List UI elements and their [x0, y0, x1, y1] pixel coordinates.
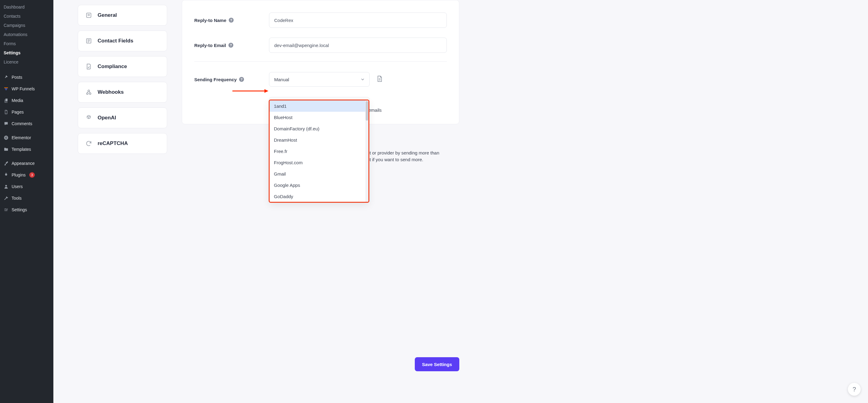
provider-option[interactable]: Gmail — [270, 168, 365, 179]
submenu-settings[interactable]: Settings — [0, 48, 53, 57]
label-text: Sending Frequency — [194, 77, 237, 82]
provider-option[interactable]: 1and1 — [270, 100, 365, 112]
pin-icon — [3, 74, 9, 80]
settings-nav-contact-fields[interactable]: Contact Fields — [78, 31, 167, 51]
menu-elementor[interactable]: Elementor — [0, 132, 53, 143]
provider-option[interactable]: BlueHost — [270, 112, 365, 123]
funnel-icon — [3, 86, 9, 92]
menu-posts[interactable]: Posts — [0, 71, 53, 83]
svg-rect-6 — [6, 137, 7, 138]
plugin-submenu: Dashboard Contacts Campaigns Automations… — [0, 0, 53, 69]
settings-nav-label: Compliance — [98, 63, 127, 69]
submenu-automations[interactable]: Automations — [0, 30, 53, 39]
scrollbar-thumb[interactable] — [366, 101, 368, 121]
menu-label: Templates — [11, 147, 31, 152]
menu-users[interactable]: Users — [0, 181, 53, 192]
wrench-icon — [3, 195, 9, 201]
provider-option[interactable]: FrogHost.com — [270, 157, 365, 168]
page-area: General Contact Fields Compliance Webhoo… — [53, 0, 868, 403]
svg-rect-7 — [6, 138, 7, 139]
menu-tools[interactable]: Tools — [0, 192, 53, 204]
svg-rect-4 — [5, 137, 5, 139]
provider-option[interactable]: Free.fr — [270, 146, 365, 157]
settings-nav-recaptcha[interactable]: reCAPTCHA — [78, 133, 167, 154]
panel-footer: Save Settings — [182, 357, 459, 371]
svg-rect-1 — [5, 89, 7, 89]
settings-nav-webhooks[interactable]: Webhooks — [78, 82, 167, 103]
settings-nav-label: OpenAI — [98, 115, 116, 121]
menu-label: Posts — [11, 75, 22, 80]
help-icon[interactable]: ? — [229, 18, 234, 23]
help-icon[interactable]: ? — [239, 77, 244, 82]
menu-wp-funnels[interactable]: WP Funnels — [0, 83, 53, 95]
label-text: Reply-to Name — [194, 18, 226, 23]
svg-rect-0 — [4, 87, 8, 88]
settings-nav-general[interactable]: General — [78, 5, 167, 26]
dropdown-scrollbar[interactable] — [365, 100, 368, 202]
brush-icon — [3, 160, 9, 166]
submenu-forms[interactable]: Forms — [0, 39, 53, 48]
submenu-dashboard[interactable]: Dashboard — [0, 2, 53, 11]
reply-email-label: Reply-to Email ? — [194, 43, 269, 48]
settings-nav-label: Webhooks — [98, 89, 124, 95]
help-icon[interactable]: ? — [228, 43, 233, 48]
hint-line-2: ost if you want to send more. — [365, 157, 423, 162]
menu-label: Comments — [11, 121, 32, 126]
submenu-campaigns[interactable]: Campaigns — [0, 21, 53, 30]
provider-option[interactable]: DomainFactory (df.eu) — [270, 123, 365, 134]
webhook-icon — [85, 88, 93, 96]
settings-nav: General Contact Fields Compliance Webhoo… — [78, 0, 167, 391]
sending-frequency-label: Sending Frequency ? — [194, 77, 269, 82]
menu-label: Media — [11, 98, 23, 103]
menu-label: Elementor — [11, 135, 31, 140]
annotation-arrow — [232, 88, 269, 94]
compliance-icon — [85, 63, 93, 70]
divider — [194, 61, 447, 62]
update-badge: 3 — [29, 172, 35, 178]
menu-appearance[interactable]: Appearance — [0, 157, 53, 169]
svg-point-8 — [5, 185, 7, 186]
row-reply-name: Reply-to Name ? — [194, 8, 447, 33]
help-fab[interactable]: ? — [848, 383, 861, 396]
reply-email-input[interactable] — [269, 37, 447, 53]
sending-frequency-select[interactable]: Manual — [269, 72, 370, 87]
recaptcha-icon — [85, 140, 93, 147]
svg-marker-15 — [265, 89, 269, 93]
menu-templates[interactable]: Templates — [0, 143, 53, 155]
menu-plugins[interactable]: Plugins 3 — [0, 169, 53, 181]
page-icon — [3, 109, 9, 115]
menu-label: WP Funnels — [11, 86, 35, 91]
menu-label: Tools — [11, 196, 22, 201]
menu-pages[interactable]: Pages — [0, 106, 53, 118]
reply-name-label: Reply-to Name ? — [194, 18, 269, 23]
media-icon — [3, 97, 9, 104]
general-icon — [85, 11, 93, 19]
menu-label: Settings — [11, 207, 27, 212]
hint-line-1: ost or provider by sending more than — [365, 150, 439, 155]
provider-option[interactable]: GoDaddy — [270, 191, 365, 202]
save-settings-button[interactable]: Save Settings — [415, 357, 459, 371]
menu-wp-settings[interactable]: Settings — [0, 204, 53, 215]
openai-icon — [85, 114, 93, 122]
reply-name-input[interactable] — [269, 12, 447, 28]
settings-nav-compliance[interactable]: Compliance — [78, 56, 167, 77]
row-reply-email: Reply-to Email ? — [194, 33, 447, 58]
settings-panel-wrap: Reply-to Name ? Reply-to Email ? — [182, 0, 851, 391]
hint-emails: emails — [368, 108, 381, 113]
settings-nav-label: General — [98, 12, 117, 18]
settings-nav-label: Contact Fields — [98, 38, 133, 44]
chevron-down-icon — [360, 77, 365, 82]
settings-nav-openai[interactable]: OpenAI — [78, 108, 167, 128]
provider-option[interactable]: Google Apps — [270, 179, 365, 191]
submenu-contacts[interactable]: Contacts — [0, 11, 53, 21]
label-text: Reply-to Email — [194, 43, 226, 48]
menu-media[interactable]: Media — [0, 95, 53, 106]
comment-icon — [3, 121, 9, 127]
menu-label: Appearance — [11, 161, 35, 166]
menu-comments[interactable]: Comments — [0, 118, 53, 129]
document-icon[interactable] — [376, 75, 384, 84]
submenu-licence[interactable]: Licence — [0, 57, 53, 66]
provider-option[interactable]: DreamHost — [270, 134, 365, 146]
plug-icon — [3, 172, 9, 178]
svg-rect-2 — [5, 89, 7, 90]
